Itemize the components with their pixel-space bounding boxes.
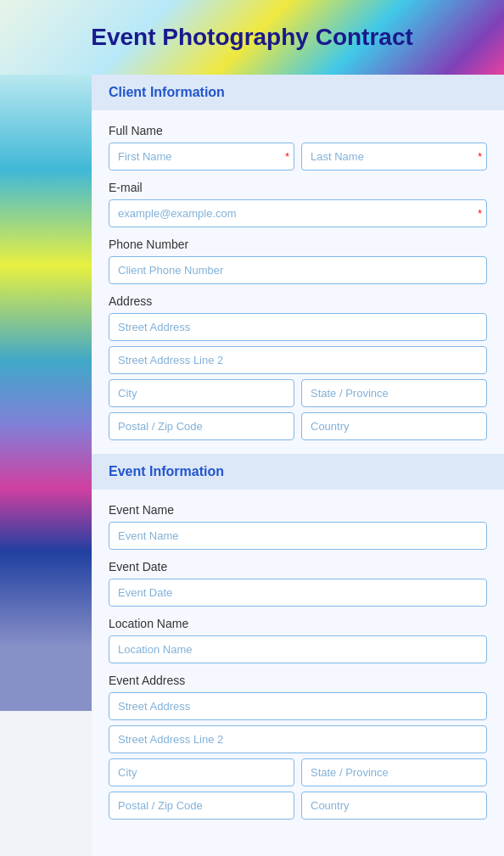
last-name-input[interactable] [301,143,487,171]
location-name-input[interactable] [109,635,487,663]
event-city-input[interactable] [109,758,294,786]
client-street1-input[interactable] [109,313,487,341]
event-date-label: Event Date [109,560,487,573]
client-country-input[interactable] [301,412,487,440]
event-country-input[interactable] [301,792,487,820]
client-section-title: Client Information [109,85,225,99]
full-name-label: Full Name [109,124,487,137]
event-date-input[interactable] [109,579,487,607]
first-name-input[interactable] [109,143,294,171]
phone-label: Phone Number [109,238,487,251]
event-name-label: Event Name [109,503,487,517]
page-header: Event Photography Contract [0,0,504,75]
phone-input[interactable] [109,256,487,284]
first-name-required: * [285,151,289,163]
bottom-spacer [92,833,504,856]
page-title: Event Photography Contract [91,24,413,51]
event-street2-input[interactable] [109,725,487,753]
email-input[interactable] [109,199,487,227]
client-section-header: Client Information [92,75,504,110]
client-zip-input[interactable] [109,412,294,440]
event-section-header: Event Information [92,454,504,490]
event-form-body: Event Name Event Date Location Name Even… [92,490,504,833]
event-address-label: Event Address [109,674,487,687]
event-section-title: Event Information [109,464,224,478]
event-zip-input[interactable] [109,792,294,820]
address-label: Address [109,294,487,308]
event-street1-input[interactable] [109,692,487,720]
location-name-label: Location Name [109,617,487,630]
event-state-input[interactable] [301,758,487,786]
client-city-input[interactable] [109,379,294,407]
email-label: E-mail [109,181,487,194]
client-state-input[interactable] [301,379,487,407]
decorative-art [0,75,92,711]
email-required: * [478,208,482,220]
last-name-required: * [478,151,482,163]
client-street2-input[interactable] [109,346,487,374]
event-name-input[interactable] [109,522,487,550]
client-form-body: Full Name * * E-mail * Phone Number [92,110,504,454]
